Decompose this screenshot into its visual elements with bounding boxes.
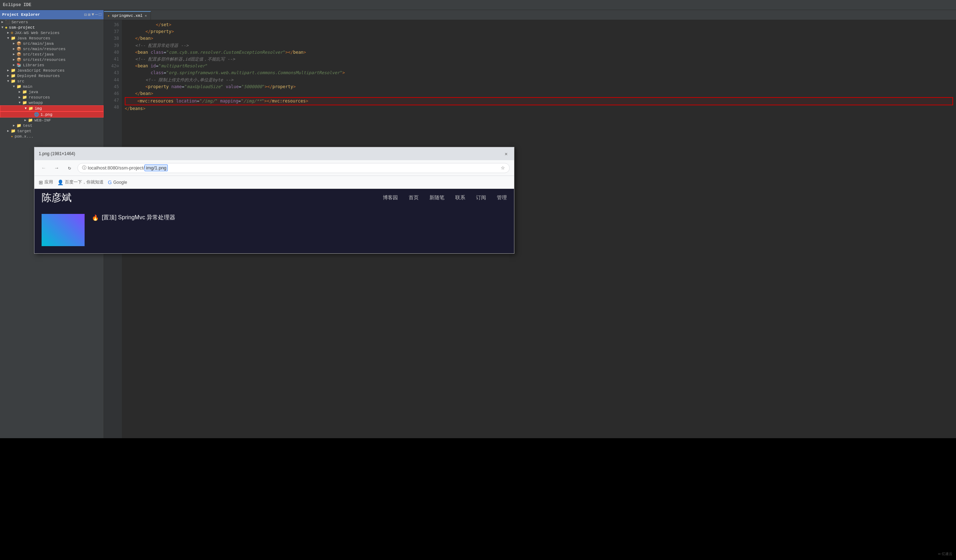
blog-nav-new[interactable]: 新随笔	[429, 195, 445, 201]
ssm-project-label: ssm-project	[9, 25, 35, 30]
resources-icon: 📁	[22, 95, 27, 100]
baidu-icon: 👤	[57, 179, 63, 185]
source-icon-3: 📦	[16, 52, 22, 56]
webapp-icon: 📁	[22, 100, 27, 105]
bookmark-google[interactable]: G Google	[108, 179, 127, 185]
sidebar-item-java-resources[interactable]: ▼ 📁 Java Resources	[0, 36, 104, 41]
source-icon-1: 📦	[16, 41, 22, 46]
javascript-resources-label: JavaScript Resources	[17, 68, 64, 73]
line-num-42: 42⊖	[104, 63, 119, 69]
line-num-38: 38	[104, 35, 119, 42]
tab-label-springmvc: springmvc.xml	[112, 14, 143, 18]
sidebar-item-img[interactable]: ▼ 📁 img	[0, 105, 104, 111]
line-num-46: 46	[104, 90, 119, 97]
java-icon: 📁	[22, 89, 27, 94]
address-prefix: localhost:8080/ssm-project/	[88, 165, 145, 171]
maximize-icon[interactable]: □	[99, 12, 101, 17]
code-line-42: <bean id="multipartResolver"	[125, 63, 953, 69]
deployed-resources-label: Deployed Resources	[17, 74, 60, 78]
code-line-39: <!-- 配置异常处理器 -->	[125, 42, 953, 49]
sidebar-item-deployed-resources[interactable]: ▶ 📁 Deployed Resources	[0, 73, 104, 78]
src-main-resources-label: src/main/resources	[23, 47, 66, 51]
webinf-label: WEB-INF	[35, 118, 51, 122]
collapse-icon[interactable]: ⊟	[84, 12, 87, 17]
sidebar-item-webapp[interactable]: ▼ 📁 webapp	[0, 100, 104, 105]
expand-arrow-servers: ▶	[2, 20, 4, 24]
sidebar-item-java[interactable]: ▶ 📁 java	[0, 89, 104, 94]
code-line-41: <!-- 配置多部件解析器,id固定值，不能乱写 -->	[125, 56, 953, 63]
sidebar-item-web-inf[interactable]: ▶ 📁 WEB-INF	[0, 118, 104, 123]
sidebar-item-src-test-java[interactable]: ▶ 📦 src/test/java	[0, 52, 104, 57]
deployed-resources-icon: 📁	[11, 74, 16, 78]
servers-icon: ⬛	[5, 20, 10, 24]
sidebar-item-test[interactable]: ▶ 📁 test	[0, 123, 104, 128]
sidebar-item-target[interactable]: ▶ 📁 target	[0, 128, 104, 133]
forward-btn[interactable]: →	[52, 163, 62, 173]
code-line-36: </set>	[125, 22, 953, 28]
ide-container: Eclipse IDE Project Explorer ⊟ ⊠ ▼ — □ ▶…	[0, 0, 956, 560]
bookmarks-bar: ⊞ 应用 👤 百度一下，你就知道 G Google	[35, 176, 514, 189]
tab-close-springmvc[interactable]: ✕	[145, 14, 147, 18]
code-line-43: class="org.springframework.web.multipart…	[125, 69, 953, 76]
sidebar-header: Project Explorer ⊟ ⊠ ▼ — □	[0, 10, 104, 19]
main-icon: 📁	[16, 84, 22, 89]
line-num-47: 47	[104, 97, 119, 104]
bookmark-star-icon[interactable]: ☆	[501, 165, 505, 171]
code-line-37: </property>	[125, 28, 953, 35]
black-bottom-area	[0, 438, 956, 560]
browser-window: 1.png (1981×1464) ✕ ← → ↻ ⓘ localhost:80…	[34, 147, 514, 254]
blog-nav-home[interactable]: 首页	[409, 195, 419, 201]
blog-nav-manage[interactable]: 管理	[497, 195, 507, 201]
code-line-45: <property name="maxUploadSize" value="50…	[125, 83, 953, 90]
flame-icon: 🔥	[92, 214, 99, 221]
browser-title: 1.png (1981×1464)	[39, 151, 75, 156]
code-editor[interactable]: 36 37 38 39 40 41 42⊖ 43 44 45 46 47 48	[104, 20, 956, 507]
refresh-btn[interactable]: ↻	[64, 163, 75, 173]
back-icon: ←	[42, 165, 45, 171]
src-test-resources-label: src/test/resources	[23, 58, 66, 62]
line-num-36: 36	[104, 22, 119, 28]
blog-nav-bokeyuan[interactable]: 博客园	[383, 195, 398, 201]
expand-arrow-lib: ▶	[13, 63, 16, 67]
apps-label: 应用	[44, 179, 53, 185]
expand-arrow-jax: ▶	[7, 31, 10, 35]
bookmark-apps[interactable]: ⊞ 应用	[39, 179, 53, 185]
minimize-icon[interactable]: —	[95, 12, 98, 17]
blog-nav-subscribe[interactable]: 订阅	[476, 195, 486, 201]
sidebar-item-javascript-resources[interactable]: ▶ 📁 JavaScript Resources	[0, 68, 104, 73]
sidebar-item-resources[interactable]: ▶ 📁 resources	[0, 94, 104, 100]
sidebar-item-jax-ws[interactable]: ▶ ⚙ JAX-WS Web Services	[0, 30, 104, 36]
sidebar-item-pom[interactable]: ✦ pom.x...	[0, 133, 104, 139]
expand-arrow-ssm: ▼	[2, 26, 4, 29]
sidebar-item-src-test-resources[interactable]: ▶ 📦 src/test/resources	[0, 57, 104, 62]
google-icon: G	[108, 179, 112, 185]
target-icon: 📁	[11, 129, 16, 133]
expand-arrow-img: ▼	[25, 107, 28, 110]
link-icon[interactable]: ⊠	[88, 12, 90, 17]
img-folder-icon: 📁	[28, 106, 33, 111]
source-icon-2: 📦	[16, 47, 22, 51]
blog-nav-contact[interactable]: 联系	[455, 195, 465, 201]
view-menu-icon[interactable]: ▼	[91, 12, 94, 17]
back-btn[interactable]: ←	[39, 163, 49, 173]
sidebar-item-libraries[interactable]: ▶ 📚 Libraries	[0, 62, 104, 68]
blog-content-area: 🔥 [置顶] SpringMvc 异常处理器	[35, 207, 514, 253]
forward-icon: →	[55, 165, 58, 171]
code-line-47: <mvc:resources location="/img/" mapping=…	[125, 97, 953, 105]
tab-icon-springmvc: ✦	[107, 14, 110, 18]
sidebar-item-src[interactable]: ▼ 📁 src	[0, 78, 104, 84]
sidebar-title: Project Explorer	[2, 13, 40, 17]
bookmark-baidu[interactable]: 👤 百度一下，你就知道	[57, 179, 104, 185]
sidebar-item-src-main-java[interactable]: ▶ 📦 src/main/java	[0, 41, 104, 46]
sidebar-item-src-main-resources[interactable]: ▶ 📦 src/main/resources	[0, 46, 104, 52]
sidebar-item-ssm-project[interactable]: ▼ ◆ ssm-project	[0, 25, 104, 30]
tab-springmvc[interactable]: ✦ springmvc.xml ✕	[104, 11, 151, 20]
address-bar[interactable]: ⓘ localhost:8080/ssm-project/ img/1.png …	[77, 163, 510, 173]
sidebar-item-1png[interactable]: 🌐 1.png	[0, 111, 104, 118]
sidebar-item-main[interactable]: ▼ 📁 main	[0, 84, 104, 89]
browser-close-btn[interactable]: ✕	[503, 150, 510, 157]
expand-arrow-main: ▼	[13, 85, 16, 88]
src-main-java-label: src/main/java	[23, 42, 54, 46]
png-label: 1.png	[41, 113, 52, 117]
sidebar-item-servers[interactable]: ▶ ⬛ Servers	[0, 19, 104, 25]
